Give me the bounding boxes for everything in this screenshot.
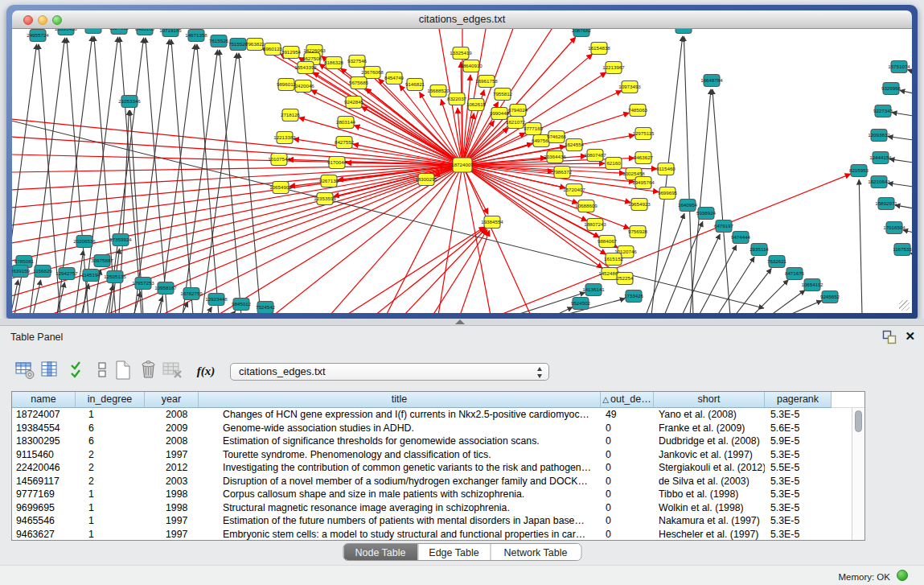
float-panel-icon[interactable]: [882, 330, 897, 344]
node-table[interactable]: namein_degreeyeartitle△out_de…shortpager…: [11, 391, 865, 541]
table-cell[interactable]: Disruption of a novel member of a sodium…: [199, 475, 601, 488]
table-column-icon[interactable]: [39, 358, 63, 384]
network-canvas[interactable]: 1872400718300295193845547963822596012339…: [12, 29, 912, 313]
resize-grip-icon[interactable]: [899, 300, 910, 311]
delete-icon[interactable]: [137, 358, 161, 384]
column-header-out-de[interactable]: △out_de…: [601, 392, 654, 408]
table-cell[interactable]: de Silva et al. (2003): [654, 475, 765, 488]
table-cell[interactable]: Genome-wide association studies in ADHD.: [199, 422, 601, 435]
table-cell[interactable]: 2: [76, 475, 145, 488]
table-cell[interactable]: 9777169: [12, 488, 76, 501]
table-row[interactable]: 911546021997Tourette syndrome. Phenomeno…: [12, 448, 852, 462]
table-cell[interactable]: Stergiakouli et al. (2012): [654, 461, 765, 475]
table-cell[interactable]: 1997: [145, 514, 199, 528]
table-settings-icon[interactable]: [13, 358, 37, 384]
table-cell[interactable]: 0: [601, 475, 654, 488]
table-row[interactable]: 2242004622012Investigating the contribut…: [12, 461, 852, 475]
table-cell[interactable]: 0: [601, 528, 654, 541]
table-row[interactable]: 1938455462009Genome-wide association stu…: [12, 422, 852, 435]
table-cell[interactable]: 9463627: [12, 528, 76, 541]
table-row[interactable]: 969969511998Structural magnetic resonanc…: [12, 501, 852, 515]
function-icon[interactable]: f(x): [191, 358, 220, 384]
table-cell[interactable]: 2008: [145, 408, 199, 422]
close-panel-icon[interactable]: ✕: [905, 329, 915, 344]
table-cell[interactable]: 22420046: [12, 461, 76, 475]
table-cell[interactable]: 1998: [145, 488, 199, 501]
splitter[interactable]: [0, 319, 924, 325]
table-cell[interactable]: 9465546: [12, 514, 76, 528]
table-cell[interactable]: Dudbridge et al. (2008): [654, 435, 765, 448]
table-cell[interactable]: 2003: [145, 475, 199, 488]
table-cell[interactable]: Jankovic et al. (1997): [654, 448, 765, 462]
table-cell[interactable]: 5.6E-5: [765, 422, 832, 435]
column-header-year[interactable]: year: [145, 392, 199, 408]
table-cell[interactable]: Embryonic stem cells: a model to study s…: [199, 528, 601, 541]
table-cell[interactable]: Corpus callosum shape and size in male p…: [199, 488, 601, 501]
table-cell[interactable]: Nakamura et al. (1997): [654, 514, 765, 528]
table-cell[interactable]: 5.3E-5: [765, 528, 832, 541]
table-cell[interactable]: 1997: [145, 448, 199, 462]
table-cell[interactable]: 18724007: [12, 408, 76, 422]
table-cell[interactable]: 1: [76, 501, 145, 515]
tab-edge-table[interactable]: Edge Table: [417, 544, 490, 561]
table-cell[interactable]: 0: [601, 488, 654, 501]
table-cell[interactable]: 0: [601, 501, 654, 515]
table-cell[interactable]: Structural magnetic resonance image aver…: [199, 501, 601, 515]
table-cell[interactable]: 9115460: [12, 448, 76, 462]
table-cell[interactable]: Investigating the contribution of common…: [199, 461, 601, 475]
scrollbar-thumb[interactable]: [855, 410, 862, 432]
table-row[interactable]: 977716911998Corpus callosum shape and si…: [12, 488, 852, 501]
table-cell[interactable]: Hescheler et al. (1997): [654, 528, 765, 541]
table-row[interactable]: 1830029562008Estimation of significance …: [12, 435, 852, 448]
table-cell[interactable]: Wolkin et al. (1998): [654, 501, 765, 515]
table-row[interactable]: 1456911722003Disruption of a novel membe…: [12, 475, 852, 488]
table-cell[interactable]: 1: [76, 528, 145, 541]
zoom-button[interactable]: [52, 15, 62, 25]
table-cell[interactable]: 1: [76, 488, 145, 501]
table-cell[interactable]: 18300295: [12, 435, 76, 448]
table-cell[interactable]: 5.9E-5: [765, 435, 832, 448]
table-cell[interactable]: 19384554: [12, 422, 76, 435]
column-header-in-degree[interactable]: in_degree: [76, 392, 145, 408]
table-cell[interactable]: Estimation of significance thresholds fo…: [199, 435, 601, 448]
tab-network-table[interactable]: Network Table: [490, 544, 581, 561]
table-selector[interactable]: citations_edges.txt: [230, 363, 549, 381]
table-row[interactable]: 946362711997Embryonic stem cells: a mode…: [12, 528, 852, 541]
table-cell[interactable]: Tibbo et al. (1998): [654, 488, 765, 501]
table-cell[interactable]: 1: [76, 408, 145, 422]
table-cell[interactable]: 6: [76, 422, 145, 435]
table-row[interactable]: 1872400712008Changes of HCN gene express…: [12, 408, 852, 422]
table-cell[interactable]: 0: [601, 435, 654, 448]
table-cell[interactable]: 5.3E-5: [765, 408, 832, 422]
network-window[interactable]: citations_edges.txt 18724007183002951938…: [6, 5, 918, 319]
table-cell[interactable]: 2: [76, 448, 145, 462]
tab-node-table[interactable]: Node Table: [343, 544, 417, 561]
table-cell[interactable]: Changes of HCN gene expression and I(f) …: [199, 408, 601, 422]
column-header-short[interactable]: short: [654, 392, 765, 408]
column-header-title[interactable]: title: [199, 392, 601, 408]
table-cell[interactable]: 1997: [145, 528, 199, 541]
table-cell[interactable]: 2008: [145, 435, 199, 448]
table-cell[interactable]: Franke et al. (2009): [654, 422, 765, 435]
table-cell[interactable]: 5.5E-5: [765, 461, 832, 475]
table-cell[interactable]: Yano et al. (2008): [654, 408, 765, 422]
close-button[interactable]: [23, 15, 33, 25]
table-cell[interactable]: 2: [76, 461, 145, 475]
splitter-handle-icon[interactable]: [455, 319, 465, 324]
column-header-pagerank[interactable]: pagerank: [765, 392, 832, 408]
network-window-titlebar[interactable]: citations_edges.txt: [12, 10, 912, 29]
select-checkmarks-icon[interactable]: [66, 358, 90, 384]
table-cell[interactable]: 6: [76, 435, 145, 448]
table-cell[interactable]: 0: [601, 514, 654, 528]
vertical-scrollbar[interactable]: [852, 408, 864, 540]
column-header-name[interactable]: name: [12, 392, 76, 408]
table-cell[interactable]: 5.3E-5: [765, 448, 832, 462]
table-cell[interactable]: 1998: [145, 501, 199, 515]
table-cell[interactable]: 0: [601, 448, 654, 462]
minimize-button[interactable]: [38, 15, 47, 25]
table-cell[interactable]: 2012: [145, 461, 199, 475]
table-cell[interactable]: Tourette syndrome. Phenomenology and cla…: [199, 448, 601, 462]
table-cell[interactable]: 1: [76, 514, 145, 528]
table-cell[interactable]: 5.3E-5: [765, 475, 832, 488]
table-cell[interactable]: 14569117: [12, 475, 76, 488]
